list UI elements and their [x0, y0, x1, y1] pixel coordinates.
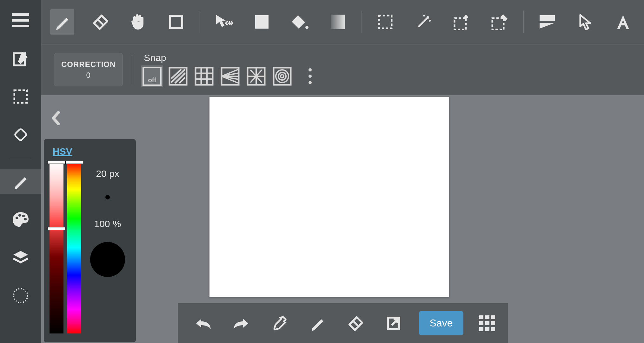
tool-toolbar [41, 0, 644, 44]
svg-point-9 [24, 218, 27, 220]
svg-point-6 [16, 217, 18, 219]
gradient-tool[interactable] [326, 9, 350, 35]
snap-more-button[interactable] [304, 65, 316, 87]
snap-off-button[interactable]: off [141, 65, 163, 87]
palette-icon [12, 211, 29, 228]
rect-outline-icon [169, 15, 183, 29]
eraser-tool[interactable] [88, 9, 112, 35]
svg-rect-0 [12, 13, 29, 16]
snap-parallel-button[interactable] [167, 65, 189, 87]
text-tool[interactable] [611, 9, 635, 35]
bottom-pencil-button[interactable] [305, 311, 330, 336]
select-rect-tool[interactable] [373, 9, 397, 35]
sub-toolbar-separator [132, 56, 132, 84]
sv-handle-value[interactable] [48, 227, 65, 230]
correction-box[interactable]: CORRECTION 0 [54, 53, 123, 86]
pencil-icon [13, 173, 29, 189]
snap-grid-button[interactable] [193, 65, 215, 87]
svg-rect-12 [255, 15, 269, 29]
toolbar-separator [362, 11, 362, 33]
text-a-icon [616, 14, 630, 30]
brush-size-label[interactable]: 20 px [96, 168, 119, 179]
shape-tool[interactable] [164, 9, 188, 35]
svg-point-16 [427, 16, 429, 19]
undo-button[interactable] [190, 311, 216, 336]
snap-group: Snap off [141, 52, 316, 87]
svg-line-42 [256, 76, 262, 83]
select-erase-tool[interactable] [488, 9, 512, 35]
dot-icon [309, 68, 312, 71]
layers-icon [12, 249, 29, 266]
palette-tab-button[interactable] [0, 207, 41, 232]
move-select-tool[interactable] [212, 9, 236, 35]
dot-icon [309, 81, 312, 84]
brush-preview-dot [105, 195, 110, 199]
svg-rect-5 [14, 128, 27, 141]
marquee-eraser-icon [491, 14, 508, 30]
undo-icon [195, 317, 211, 330]
rotate-diamond-icon [12, 126, 30, 144]
rotate-canvas-button[interactable] [0, 122, 41, 147]
eyedropper-button[interactable] [267, 311, 292, 336]
dotted-circle-icon [12, 287, 29, 304]
canvas[interactable] [209, 97, 449, 297]
bucket-icon [291, 14, 309, 30]
svg-line-40 [256, 70, 262, 76]
canvas-settings-button[interactable] [0, 283, 41, 308]
redo-icon [233, 317, 249, 330]
hsv-mode-button[interactable]: HSV [53, 146, 72, 157]
sv-handle-top[interactable] [48, 161, 65, 164]
hand-icon [130, 13, 147, 31]
sub-toolbar: CORRECTION 0 Snap off [41, 44, 644, 95]
hue-handle[interactable] [65, 161, 83, 164]
svg-rect-21 [540, 15, 555, 21]
cursor-outline-icon [578, 14, 592, 30]
svg-rect-20 [492, 18, 504, 30]
svg-rect-14 [331, 15, 345, 29]
pencil-icon [310, 316, 325, 331]
pencil-tool[interactable] [50, 9, 74, 35]
snap-off-icon: off [143, 67, 162, 86]
fill-rect-tool[interactable] [250, 9, 274, 35]
open-external-button[interactable] [381, 311, 406, 336]
correction-value: 0 [61, 70, 116, 81]
bottom-eraser-button[interactable] [343, 311, 368, 336]
current-color-swatch[interactable] [90, 242, 125, 277]
opacity-label[interactable]: 100 % [94, 219, 121, 229]
eraser-icon [348, 315, 363, 331]
collapse-panel-button[interactable] [51, 111, 60, 125]
snap-radial-button[interactable] [245, 65, 267, 87]
sidebar-divider [10, 158, 32, 158]
selection-button[interactable] [0, 84, 41, 109]
edit-document-button[interactable] [0, 46, 41, 71]
snap-label: Snap [144, 52, 316, 63]
svg-point-50 [281, 75, 284, 78]
save-button[interactable]: Save [419, 311, 464, 335]
layers-tab-button[interactable] [0, 245, 41, 270]
cursor-outline-tool[interactable] [573, 9, 597, 35]
bucket-tool[interactable] [288, 9, 312, 35]
wand-icon [415, 14, 432, 30]
svg-line-44 [250, 76, 256, 83]
marquee-dashed-icon [378, 15, 393, 29]
svg-point-8 [22, 215, 25, 217]
menu-button[interactable] [0, 8, 41, 33]
frames-tool[interactable] [535, 9, 559, 35]
sv-slider[interactable] [50, 162, 63, 333]
svg-rect-15 [379, 16, 392, 28]
svg-point-49 [278, 72, 286, 80]
magic-wand-tool[interactable] [411, 9, 435, 35]
redo-button[interactable] [229, 311, 254, 336]
snap-row: off [141, 65, 316, 87]
perspective-h-icon [221, 67, 240, 86]
snap-horizontal-button[interactable] [219, 65, 241, 87]
select-add-tool[interactable] [449, 9, 474, 35]
pencil-icon [54, 14, 70, 30]
pan-tool[interactable] [126, 9, 150, 35]
snap-concentric-button[interactable] [271, 65, 293, 87]
toolbar-separator [200, 11, 200, 33]
hue-slider[interactable] [67, 162, 81, 333]
apps-grid-button[interactable] [479, 315, 495, 331]
brush-tab-button[interactable] [0, 169, 41, 194]
toolbar-separator [523, 11, 524, 33]
